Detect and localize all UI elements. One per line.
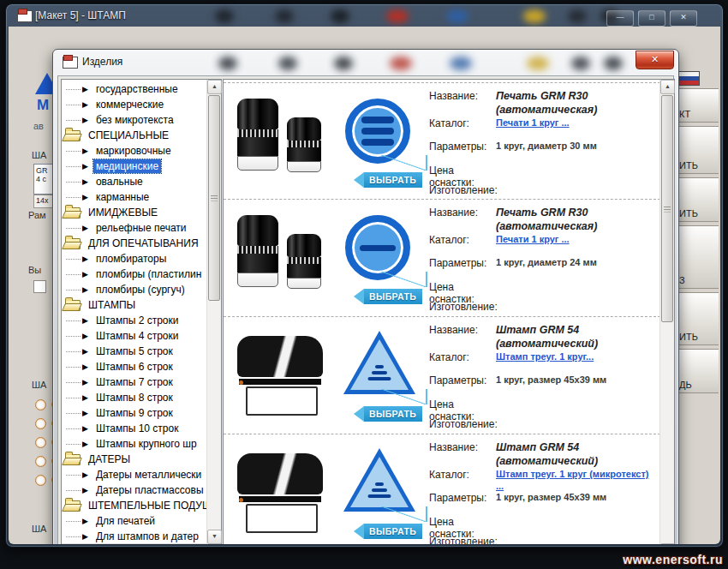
- tree-connector: [66, 382, 81, 383]
- params-label: Параметры:: [429, 141, 496, 153]
- scrollbar-thumb[interactable]: [661, 95, 673, 322]
- tree-item[interactable]: ▶ Штампы 9 строк: [62, 405, 207, 421]
- tree-item[interactable]: ▶ овальные: [62, 174, 207, 189]
- app-stamp-icon[interactable]: [17, 10, 33, 22]
- product-list-pane: ВЫБРАТЬ Название: Печать GRM R30 (автома…: [223, 79, 675, 544]
- background-button[interactable]: ИТЬ: [674, 292, 719, 345]
- scroll-down-icon[interactable]: ▼: [660, 543, 675, 544]
- catalog-label: Каталог:: [429, 351, 496, 363]
- tree-item[interactable]: ▶ карманные: [62, 189, 207, 205]
- dialog-close-button[interactable]: ✕: [636, 51, 674, 69]
- minimize-button[interactable]: —: [606, 10, 634, 27]
- product-row: ВЫБРАТЬ Название: Штамп GRM 54 (автомати…: [224, 317, 660, 434]
- folder-open-icon: [65, 238, 81, 249]
- tree-item[interactable]: ▶ государственные: [62, 81, 207, 97]
- catalog-link[interactable]: Штамп треуг. 1 круг...: [496, 351, 653, 363]
- tree-connector: [66, 413, 81, 414]
- catalog-link[interactable]: Печати 1 круг ...: [496, 117, 653, 129]
- tree-item[interactable]: ▶ СПЕЦИАЛЬНЫЕ: [62, 128, 207, 143]
- select-button[interactable]: ВЫБРАТЬ: [354, 172, 422, 188]
- catalog-link[interactable]: Штамп треуг. 1 круг (микротекст) ...: [496, 469, 653, 493]
- tree-connector: [66, 367, 81, 368]
- circle-imprint-icon: [345, 215, 410, 280]
- background-button[interactable]: З: [674, 225, 719, 289]
- tree-item[interactable]: ▶ Датеры металлически: [62, 467, 207, 482]
- stamp-photo: [234, 445, 335, 537]
- dialog-stamp-icon: [63, 57, 78, 69]
- tree-item[interactable]: ▶ ИМИДЖЕВЫЕ: [62, 205, 207, 220]
- tree-connector: [66, 490, 81, 491]
- window-close-button[interactable]: ✕: [670, 10, 697, 27]
- left-label-select: Вы: [28, 265, 41, 275]
- tree-item[interactable]: ▶ Штампы 5 строк: [62, 344, 207, 359]
- select-button[interactable]: ВЫБРАТЬ: [354, 406, 422, 422]
- radio-icon: [35, 418, 46, 429]
- left-group-label: ША: [32, 380, 46, 390]
- tree-item[interactable]: ▶ Для штампов и датер: [62, 529, 207, 544]
- products-vertical-scrollbar[interactable]: ▲ ▼: [659, 80, 674, 544]
- tree-item[interactable]: ▶ Штампы 4 строки: [62, 328, 207, 344]
- product-production: [496, 301, 653, 313]
- tree-item[interactable]: ▶ Штампы 7 строк: [62, 374, 207, 390]
- tree-connector: [66, 398, 81, 398]
- logo-letter: М: [37, 97, 49, 114]
- product-row: ВЫБРАТЬ Название: Печать GRM R30 (автома…: [224, 82, 660, 200]
- radio-icon: [35, 437, 46, 448]
- scroll-down-icon[interactable]: ▼: [207, 530, 222, 544]
- tree-leaf-arrow-icon: ▶: [82, 194, 88, 201]
- scrollbar-thumb[interactable]: [208, 95, 220, 301]
- left-label-frame: Рам: [28, 210, 46, 220]
- background-button[interactable]: ИТЬ: [674, 177, 719, 222]
- maximize-button[interactable]: □: [638, 10, 665, 27]
- tree-item[interactable]: ▶ ШТЕМПЕЛЬНЫЕ ПОДУШ: [62, 498, 207, 513]
- catalog-link[interactable]: Печати 1 круг ...: [496, 234, 653, 246]
- tree-horizontal-scrollbar[interactable]: ◄ ►: [62, 543, 207, 544]
- tree-item[interactable]: ▶ пломбираторы: [62, 251, 207, 267]
- params-label: Параметры:: [429, 374, 496, 386]
- tree-item[interactable]: ▶ Штампы крупного шр: [62, 436, 207, 452]
- scroll-up-icon[interactable]: ▲: [207, 80, 222, 94]
- params-label: Параметры:: [429, 257, 496, 269]
- production-label: Изготовление:: [429, 184, 496, 196]
- tree-item[interactable]: ▶ Штампы 10 строк: [62, 421, 207, 436]
- tree-leaf-arrow-icon: ▶: [82, 533, 88, 541]
- tree-item[interactable]: ▶ ДЛЯ ОПЕЧАТЫВАНИЯ: [62, 236, 207, 251]
- tree-item[interactable]: ▶ пломбиры (сургуч): [62, 282, 207, 297]
- tree-item[interactable]: ▶ Штампы 2 строки: [62, 313, 207, 328]
- tree-vertical-scrollbar[interactable]: ▲ ▼: [206, 80, 221, 544]
- tree-leaf-arrow-icon: ▶: [82, 101, 88, 109]
- tree-item[interactable]: ▶ пломбиры (пластилин: [62, 267, 207, 282]
- left-checkbox[interactable]: [33, 280, 46, 293]
- tree-connector: [66, 105, 81, 105]
- tree-item[interactable]: ▶ Штампы 8 строк: [62, 390, 207, 405]
- tree-item[interactable]: ▶ рельефные печати: [62, 220, 207, 236]
- background-button[interactable]: ДЬ: [674, 349, 719, 393]
- tree-item[interactable]: ▶ ДАТЕРЫ: [62, 452, 207, 467]
- triangle-imprint-icon: [343, 331, 415, 394]
- tree-item[interactable]: ▶ маркировочные: [62, 143, 207, 159]
- tree-item[interactable]: ▶ коммерческие: [62, 97, 207, 112]
- tree-item[interactable]: ▶ ШТАМПЫ: [62, 297, 207, 313]
- tree-connector: [66, 351, 81, 352]
- select-arrow-icon: [354, 406, 364, 422]
- select-button[interactable]: ВЫБРАТЬ: [354, 524, 422, 539]
- select-button[interactable]: ВЫБРАТЬ: [354, 289, 422, 304]
- products-dialog: Изделия ✕ ▶ государственные: [52, 49, 679, 544]
- product-production: [496, 184, 653, 196]
- select-arrow-icon: [354, 289, 364, 304]
- background-left-panel: М ав ША GR4 с 14х Рам Вы ША С С: [11, 52, 56, 536]
- catalog-label: Каталог:: [429, 117, 496, 129]
- tree-item[interactable]: ▶ Для печатей: [62, 513, 207, 529]
- stamp-photo: [234, 210, 335, 302]
- tree-item[interactable]: ▶ без микротекста: [62, 112, 207, 128]
- tree-item[interactable]: ▶ медицинские: [62, 159, 207, 174]
- background-button[interactable]: ИТЬ: [674, 126, 719, 174]
- name-label: Название:: [429, 324, 496, 350]
- background-button[interactable]: КТ: [674, 88, 719, 123]
- tree-item[interactable]: ▶ Датеры пластмассовы: [62, 482, 207, 498]
- product-row: ВЫБРАТЬ Название: Штамп GRM 54 (автомати…: [224, 434, 660, 544]
- scroll-up-icon[interactable]: ▲: [660, 80, 675, 94]
- tree-connector: [66, 182, 81, 183]
- tree-item[interactable]: ▶ Штампы 6 строк: [62, 359, 207, 374]
- tree-leaf-arrow-icon: ▶: [82, 487, 88, 494]
